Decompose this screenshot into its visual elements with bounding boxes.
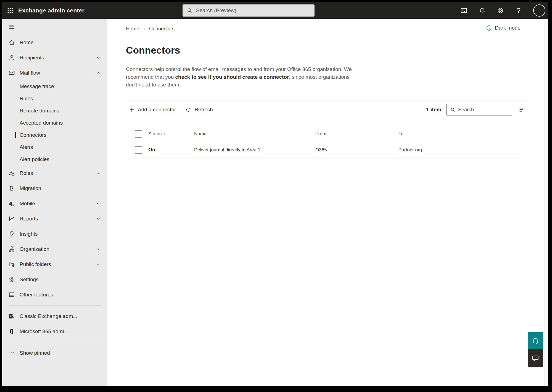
headset-icon — [532, 337, 539, 344]
sidebar-item-label: Recipients — [20, 55, 96, 61]
gear-icon — [8, 276, 15, 283]
sidebar-item-label: Alert policies — [20, 156, 49, 162]
chevron-down-icon — [96, 216, 101, 221]
column-header-from[interactable]: From — [315, 131, 398, 137]
toolbar: Add a connector Refresh 1 item — [126, 101, 526, 119]
search-icon — [187, 7, 193, 14]
topbar-actions: ? — [460, 2, 545, 19]
sidebar-item-roles[interactable]: Roles — [2, 165, 107, 181]
breadcrumb-home-link[interactable]: Home — [126, 26, 139, 32]
cell-status: On — [148, 147, 194, 153]
description-link[interactable]: check to see if you should create a conn… — [175, 74, 289, 80]
sidebar-item-label: Classic Exchange adm... — [20, 313, 101, 319]
sort-ascending-icon: ↑ — [163, 131, 166, 136]
select-all-checkbox[interactable] — [135, 130, 142, 138]
top-app-bar: Exchange admin center — [2, 2, 548, 19]
global-search-input[interactable] — [196, 7, 310, 14]
column-header-status[interactable]: Status ↑ — [148, 131, 194, 137]
person-icon — [8, 54, 15, 61]
list-search-input[interactable] — [458, 107, 509, 113]
cloud-shell-icon — [460, 7, 468, 14]
folder-globe-icon — [8, 261, 15, 268]
search-icon — [450, 107, 456, 112]
floating-action-buttons — [528, 332, 543, 367]
person-briefcase-icon — [8, 170, 15, 177]
hamburger-icon[interactable] — [8, 23, 15, 30]
sidebar-item-show-pinned[interactable]: Show pinned — [2, 345, 107, 361]
sidebar-item-settings[interactable]: Settings — [2, 272, 107, 287]
sidebar-item-other-features[interactable]: Other features — [2, 287, 107, 302]
sidebar-item-recipients[interactable]: Recipients — [2, 50, 107, 65]
sidebar-item-home[interactable]: Home — [2, 35, 107, 50]
sidebar-item-label: Reports — [20, 216, 96, 222]
sidebar-item-insights[interactable]: Insights — [2, 226, 107, 241]
add-connector-button[interactable]: Add a connector — [126, 105, 179, 114]
bell-icon — [479, 7, 486, 14]
sidebar-item-alert-policies[interactable]: Alert policies — [2, 153, 107, 165]
left-nav: Home Recipients Mail flow Message trace … — [2, 19, 107, 386]
sidebar-item-label: Connectors — [20, 132, 46, 138]
nav-collapse-row — [2, 19, 107, 35]
dark-mode-label: Dark mode — [495, 25, 521, 31]
sidebar-item-message-trace[interactable]: Message trace — [2, 80, 107, 93]
sidebar-item-mail-flow[interactable]: Mail flow — [2, 65, 107, 80]
mail-icon — [8, 69, 15, 76]
row-checkbox[interactable] — [135, 146, 142, 154]
gear-icon — [497, 7, 504, 14]
chevron-down-icon — [96, 55, 101, 60]
notifications-button[interactable] — [479, 7, 486, 14]
account-avatar[interactable] — [533, 4, 545, 17]
body: Home Recipients Mail flow Message trace … — [2, 19, 548, 386]
add-connector-label: Add a connector — [138, 107, 176, 113]
sidebar-item-label: Accepted domains — [20, 120, 63, 126]
sidebar-item-label: Mobile — [20, 201, 96, 207]
microsoft-365-logo-icon — [8, 328, 15, 335]
sidebar-item-label: Show pinned — [20, 350, 101, 356]
sidebar-item-migration[interactable]: Migration — [2, 181, 107, 196]
sidebar-item-classic-exchange[interactable]: E Classic Exchange adm... — [2, 309, 107, 324]
sidebar-item-label: Microsoft 365 admi... — [20, 328, 101, 335]
table-row[interactable]: On Deliver journal directly to Area 1 O3… — [126, 141, 526, 159]
connectors-table: Status ↑ Name From To On Deliver journal… — [126, 127, 526, 159]
chevron-down-icon — [96, 171, 101, 176]
chevron-down-icon — [96, 247, 101, 252]
feedback-bubble-icon — [532, 354, 539, 362]
sidebar-item-label: Message trace — [20, 83, 54, 90]
vertical-scrollbar[interactable] — [544, 19, 548, 386]
app-title: Exchange admin center — [18, 7, 84, 14]
home-icon — [8, 39, 15, 46]
document-arrow-icon — [8, 185, 15, 192]
sidebar-item-alerts[interactable]: Alerts — [2, 141, 107, 153]
refresh-button[interactable]: Refresh — [183, 105, 216, 114]
sidebar-item-organization[interactable]: Organization — [2, 241, 107, 257]
filter-button[interactable] — [518, 106, 526, 114]
sidebar-item-remote-domains[interactable]: Remote domains — [2, 105, 107, 117]
column-header-to[interactable]: To — [398, 131, 526, 137]
breadcrumb-chevron-icon — [142, 27, 146, 31]
sidebar-item-connectors[interactable]: Connectors — [2, 129, 107, 141]
sidebar-item-rules[interactable]: Rules — [2, 93, 107, 105]
dark-mode-toggle[interactable]: Dark mode — [485, 25, 521, 31]
support-button[interactable] — [528, 332, 543, 349]
column-header-name[interactable]: Name — [194, 131, 315, 137]
breadcrumb-current: Connectors — [149, 26, 175, 32]
chevron-down-icon — [96, 262, 101, 267]
sidebar-item-label: Home — [20, 40, 101, 46]
sidebar-item-label: Other features — [20, 292, 101, 298]
selected-indicator — [15, 132, 16, 138]
cell-name[interactable]: Deliver journal directly to Area 1 — [194, 147, 315, 153]
sidebar-item-mobile[interactable]: Mobile — [2, 196, 107, 211]
sidebar-item-reports[interactable]: Reports — [2, 211, 107, 226]
cloud-shell-button[interactable] — [460, 7, 468, 14]
sidebar-item-public-folders[interactable]: Public folders — [2, 257, 107, 272]
sidebar-divider — [9, 342, 101, 342]
sidebar-item-m365-admin[interactable]: Microsoft 365 admi... — [2, 324, 107, 339]
feedback-button[interactable] — [528, 349, 543, 367]
classic-exchange-logo-icon: E — [8, 313, 15, 320]
chevron-down-icon — [96, 201, 101, 206]
sidebar-item-accepted-domains[interactable]: Accepted domains — [2, 117, 107, 129]
moon-icon — [485, 25, 492, 31]
app-launcher-button[interactable] — [2, 2, 18, 19]
settings-gear-button[interactable] — [497, 7, 504, 14]
help-button[interactable]: ? — [515, 7, 522, 14]
